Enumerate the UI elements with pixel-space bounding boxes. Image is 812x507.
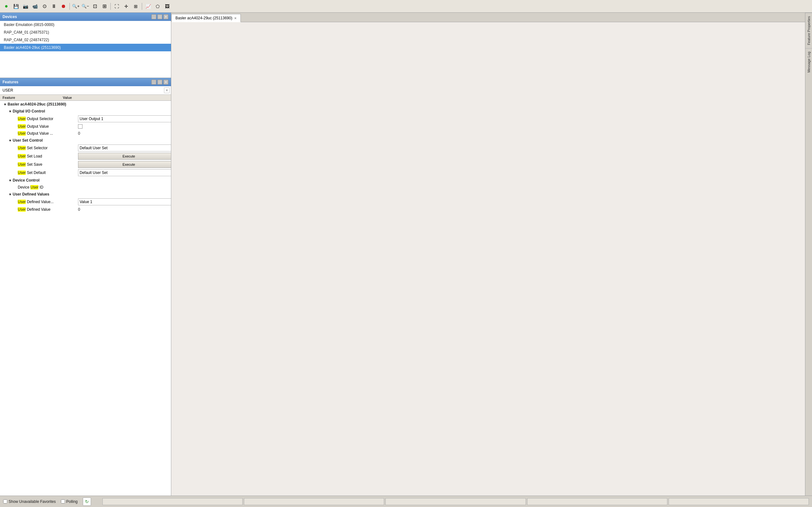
tree-root-row[interactable]: ▼ Basler acA4024-29uc (25113690)	[0, 101, 171, 108]
fullscreen-icon[interactable]: ⛶	[112, 2, 121, 11]
right-panel: Basler acA4024-29uc (25113690) ✕	[171, 13, 805, 496]
devices-close-btn[interactable]: ×	[163, 14, 168, 19]
tree-root-label: Basler acA4024-29uc (25113690)	[8, 102, 66, 107]
tab-close-btn[interactable]: ✕	[234, 16, 237, 20]
tab-camera-label: Basler acA4024-29uc (25113690)	[175, 16, 232, 20]
group-digital-io-row[interactable]: ▼ Digital I/O Control	[0, 108, 171, 115]
show-unavailable-text: Show Unavailable Favorites	[9, 499, 56, 504]
feature-set-selector-row: User Set Selector Default User Set ▼	[0, 144, 171, 152]
status-field-4	[527, 498, 667, 505]
sidebar-feature-properties[interactable]: Feature Properties	[805, 13, 812, 48]
group-user-defined-row[interactable]: ▼ User Defined Values	[0, 191, 171, 198]
features-close-btn[interactable]: ×	[163, 79, 168, 84]
zoom-reset-icon[interactable]: ⊞	[100, 2, 109, 11]
tree-root-expander[interactable]: ▼	[3, 102, 8, 107]
highlight-user-10: User	[18, 207, 26, 212]
feature-output-selector-label: Output Selector	[26, 117, 53, 121]
devices-title: Devices	[3, 14, 17, 19]
feature-output-value-value	[78, 124, 171, 129]
sidebar-message-log[interactable]: Message Log	[805, 48, 812, 76]
feature-output-selector-row: User Output Selector User Output 1 ▼	[0, 115, 171, 123]
devices-restore-btn[interactable]: □	[157, 14, 162, 19]
status-field-5	[669, 498, 809, 505]
feature-set-save-row: User Set Save Execute	[0, 160, 171, 169]
feature-device-suffix: ID	[38, 185, 43, 189]
output-value-checkbox[interactable]	[78, 124, 83, 129]
group-user-set-label: User Set Control	[13, 138, 43, 143]
highlight-user-4: User	[18, 146, 26, 150]
features-section: Features _ □ × × Feature Value ▼ Basle	[0, 78, 171, 496]
group-user-set-expander[interactable]: ▼	[8, 138, 13, 143]
group-device-control-expander[interactable]: ▼	[8, 178, 13, 183]
set-save-execute-btn[interactable]: Execute	[78, 161, 171, 168]
bottom-bar: Show Unavailable Favorites Polling ↻	[0, 496, 812, 507]
feature-defined-value-sel-row: User Defined Value... Value 1 ▼	[0, 198, 171, 206]
device-item-2[interactable]: RAP_CAM_02 (24874722)	[0, 36, 171, 44]
left-panel: Devices _ □ × Basler Emulation (0815-000…	[0, 13, 171, 496]
group-digital-io-label: Digital I/O Control	[13, 109, 45, 113]
features-minimize-btn[interactable]: _	[151, 79, 156, 84]
features-header-controls: _ □ ×	[151, 79, 168, 84]
status-field-2	[244, 498, 384, 505]
device-item-3[interactable]: Basler acA4024-29uc (25113690)	[0, 44, 171, 51]
feature-output-value-ext-value: 0	[78, 131, 171, 135]
group-user-defined-expander[interactable]: ▼	[8, 192, 13, 197]
feature-output-value-ext-row: User Output Value ... 0	[0, 130, 171, 137]
move-icon[interactable]: ✛	[122, 2, 131, 11]
highlight-user-9: User	[18, 200, 26, 204]
grid-icon[interactable]: ⊞	[131, 2, 140, 11]
highlight-user-5: User	[18, 154, 26, 158]
col-feature-header: Feature	[3, 96, 63, 100]
highlight-user-8: User	[31, 185, 38, 189]
chart-icon[interactable]: 📈	[144, 2, 153, 11]
show-unavailable-checkbox[interactable]	[3, 499, 7, 504]
polling-label[interactable]: Polling	[61, 499, 78, 504]
devices-panel-header: Devices _ □ ×	[0, 13, 171, 21]
feature-defined-value-row: User Defined Value 0	[0, 206, 171, 213]
search-clear-btn[interactable]: ×	[164, 88, 170, 93]
image-icon[interactable]: 🖼	[163, 2, 171, 11]
group-user-set-row[interactable]: ▼ User Set Control	[0, 137, 171, 144]
main-area: Devices _ □ × Basler Emulation (0815-000…	[0, 13, 812, 496]
save-icon[interactable]: 💾	[11, 2, 20, 11]
video-icon[interactable]: 📹	[31, 2, 39, 11]
set-default-dropdown[interactable]: Default User Set ▼	[78, 169, 171, 176]
feature-set-load-value: Execute	[78, 153, 171, 160]
devices-list: Basler Emulation (0815-0000) RAP_CAM_01 …	[0, 21, 171, 78]
camera-icon[interactable]: 📷	[21, 2, 30, 11]
zoom-fit-icon[interactable]: ⊡	[90, 2, 99, 11]
defined-value-text: 0	[78, 207, 80, 212]
zoom-in-icon[interactable]: 🔍+	[71, 2, 80, 11]
group-digital-io-expander[interactable]: ▼	[8, 109, 13, 114]
refresh-btn[interactable]: ↻	[83, 498, 91, 506]
record-red-icon[interactable]: ⏺	[59, 2, 68, 11]
features-restore-btn[interactable]: □	[157, 79, 162, 84]
device-item-1[interactable]: RAP_CAM_01 (24875371)	[0, 29, 171, 36]
output-selector-dropdown[interactable]: User Output 1 ▼	[78, 115, 171, 122]
right-sidebar: Feature Properties Message Log	[805, 13, 812, 496]
defined-value-sel-dropdown[interactable]: Value 1 ▼	[78, 199, 171, 205]
group-device-control-row[interactable]: ▼ Device Control	[0, 177, 171, 184]
toolbar-separator-2	[110, 3, 111, 10]
pause-icon[interactable]: ⏸	[49, 2, 58, 11]
search-input[interactable]	[1, 87, 164, 94]
highlight-user-6: User	[18, 162, 26, 167]
stop-circle-icon[interactable]: ⊙	[40, 2, 49, 11]
feature-set-save-label: Set Save	[26, 162, 42, 167]
set-load-execute-btn[interactable]: Execute	[78, 153, 171, 160]
group-device-control-label: Device Control	[13, 178, 40, 182]
set-selector-dropdown[interactable]: Default User Set ▼	[78, 145, 171, 152]
device-item-0[interactable]: Basler Emulation (0815-0000)	[0, 21, 171, 29]
polygon-icon[interactable]: ⬠	[153, 2, 162, 11]
zoom-out-icon[interactable]: 🔍−	[81, 2, 90, 11]
show-unavailable-label[interactable]: Show Unavailable Favorites	[3, 499, 56, 504]
feature-set-selector-label: Set Selector	[26, 146, 48, 150]
tab-camera[interactable]: Basler acA4024-29uc (25113690) ✕	[171, 14, 241, 22]
record-green-icon[interactable]: ●	[2, 2, 11, 11]
polling-checkbox[interactable]	[61, 499, 65, 504]
devices-minimize-btn[interactable]: _	[151, 14, 156, 19]
feature-set-default-value: Default User Set ▼	[78, 169, 171, 176]
feature-output-value-row: User Output Value	[0, 123, 171, 130]
polling-text: Polling	[66, 499, 78, 504]
devices-header-controls: _ □ ×	[151, 14, 168, 19]
